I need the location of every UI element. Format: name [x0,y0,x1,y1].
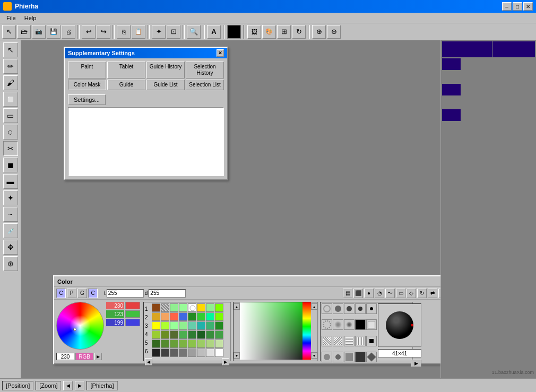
tab-paint[interactable]: Paint [68,62,106,79]
tab-guide[interactable]: Guide [107,80,145,90]
toolbar-zoom2-btn[interactable]: ⊕ [312,25,326,39]
minimize-button[interactable]: – [502,2,512,11]
brush-pattern-cell[interactable] [344,352,355,362]
palette-cell[interactable] [215,349,223,357]
grad-up-arrow[interactable]: ▲ [234,303,240,310]
tool-stamp[interactable]: ✦ [3,190,18,205]
toolbar-save-btn[interactable]: 💾 [47,25,60,39]
toolbar-img-btn[interactable]: 🖼 [247,25,261,39]
brush-pattern-cell[interactable] [333,319,343,330]
toolbar-rotate-btn[interactable]: ↻ [292,25,306,39]
tab-guide-list[interactable]: Guide List [146,80,185,90]
brush-pattern-cell[interactable] [333,352,343,362]
palette-cell[interactable] [206,339,214,348]
palette-cell[interactable] [188,349,196,357]
palette-cell[interactable] [188,303,196,312]
rp-swatch-gray2[interactable] [461,84,535,95]
tool-eyedropper[interactable]: 💉 [3,223,18,238]
grad-bottom-left-arrow[interactable]: ◀ [235,361,241,361]
palette-cell[interactable] [152,349,160,357]
color-fill-icon[interactable]: ▤ [343,289,352,298]
tool-move[interactable]: ✥ [3,240,18,255]
palette-cell[interactable] [197,349,205,357]
brush-pattern-cell[interactable] [366,352,377,362]
palette-cell[interactable] [215,330,223,339]
d-value-input[interactable] [149,289,186,298]
palette-cell[interactable] [197,321,205,330]
brush-pattern-cell[interactable] [355,352,366,362]
tool-arrow[interactable]: ↖ [3,42,18,57]
color-mode-c-btn[interactable]: C [56,289,66,298]
tab-tablet[interactable]: Tablet [107,62,145,79]
color-pattern-icon[interactable]: ⬛ [353,289,363,298]
color-arrow-btn[interactable]: ▶ [94,353,102,360]
g-value-input[interactable] [106,310,124,318]
palette-cell[interactable] [215,312,223,321]
color-box-icon[interactable]: ☐ [438,289,440,298]
brush-pattern-cell[interactable] [322,352,332,362]
menu-help[interactable]: Help [20,14,41,22]
palette-right-arrow[interactable]: ▶ [222,358,229,365]
palette-cell[interactable] [161,321,169,330]
grad-bottom-right-arrow[interactable]: ▶ [310,361,316,361]
tool-eraser[interactable]: ⬜ [3,92,18,107]
palette-cell[interactable] [170,339,178,348]
rp-swatch-2[interactable] [442,84,461,95]
palette-cell[interactable] [152,312,160,321]
palette-cell[interactable] [179,303,187,312]
palette-cell[interactable] [197,312,205,321]
toolbar-open-btn[interactable]: 🗁 [17,25,31,39]
menu-file[interactable]: File [2,14,20,22]
palette-cell[interactable] [161,349,169,357]
palette-cell[interactable] [215,339,223,348]
tool-brush[interactable]: 🖌 [3,75,18,90]
palette-cell[interactable] [215,321,223,330]
brush-pattern-cell[interactable] [355,319,366,330]
palette-cell[interactable] [170,321,178,330]
brush-pattern-cell[interactable] [355,336,366,346]
tool-rect-select[interactable]: ▭ [3,108,18,123]
palette-cell[interactable] [179,349,187,357]
color-diamond-icon[interactable]: ◇ [407,289,416,298]
color-arrows-icon[interactable]: ⇄ [428,289,437,298]
palette-cell[interactable] [206,312,214,321]
palette-cell[interactable] [161,303,169,312]
toolbar-stamp-btn[interactable]: ✦ [152,25,166,39]
color-mode-p-btn[interactable]: P [67,289,76,298]
palette-cell[interactable] [179,339,187,348]
palette-left-arrow[interactable]: ◀ [145,358,152,365]
r-value-input[interactable] [106,302,124,309]
grad-right-down-arrow[interactable]: ▼ [311,352,317,359]
tool-smudge[interactable]: ~ [3,207,18,222]
palette-cell[interactable] [215,303,223,312]
palette-cell[interactable] [161,339,169,348]
brush-expand-arrow[interactable]: ▶ [411,360,421,367]
toolbar-clear-btn[interactable]: ⊡ [167,25,180,39]
brush-pattern-cell[interactable] [366,303,377,314]
toolbar-print-btn[interactable]: 🖨 [62,25,75,39]
brush-pattern-cell[interactable] [344,303,355,314]
tab-selection-history[interactable]: Selection History [186,62,224,79]
toolbar-zoom3-btn[interactable]: ⊖ [327,25,341,39]
tool-pen[interactable]: ✏ [3,59,18,74]
rp-swatch-3[interactable] [442,109,461,121]
color-circle-icon[interactable]: ● [364,289,374,298]
hue-strip[interactable] [302,302,311,360]
toolbar-undo-btn[interactable]: ↩ [82,25,96,39]
grad-down-arrow[interactable]: ▼ [234,352,240,359]
toolbar-copy-btn[interactable]: ⎘ [117,25,131,39]
toolbar-zoom-in-btn[interactable]: 🔍 [187,25,201,39]
brush-pattern-cell[interactable] [322,336,332,346]
hsv-area[interactable] [240,302,311,360]
maximize-button[interactable]: □ [513,2,522,11]
color-gradient2-icon[interactable]: ◔ [375,289,384,298]
palette-cell[interactable] [161,312,169,321]
palette-cell[interactable] [152,339,160,348]
palette-cell[interactable] [206,330,214,339]
tool-lasso[interactable]: ⬡ [3,125,18,140]
close-button[interactable]: ✕ [523,2,533,11]
tab-color-mask[interactable]: Color Mask [68,80,106,90]
rp-swatch-gray[interactable] [461,58,535,70]
brush-pattern-cell[interactable] [322,303,332,314]
toolbar-grid-btn[interactable]: ⊞ [277,25,291,39]
